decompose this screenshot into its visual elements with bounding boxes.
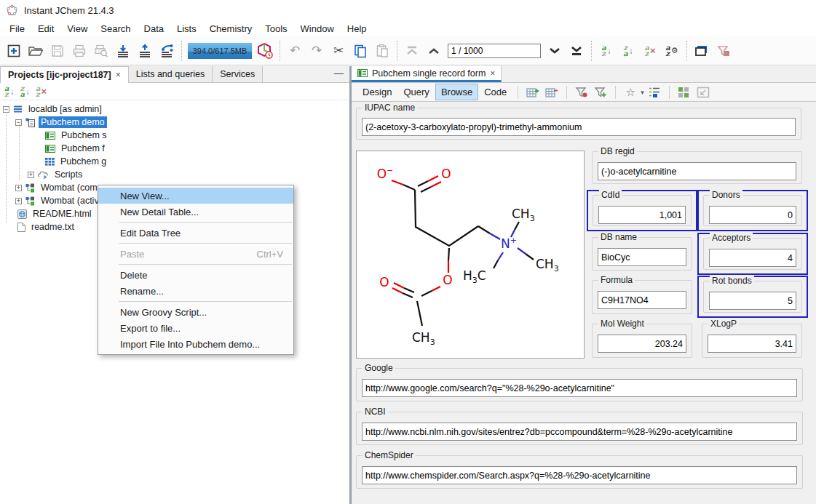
print-preview-icon[interactable] — [90, 40, 112, 62]
tree-item-pubchem-form-1[interactable]: Pubchem s — [0, 129, 349, 142]
menu-view[interactable]: View — [60, 21, 94, 36]
star-dropdown-icon[interactable]: ▾ — [641, 89, 644, 96]
menu-chemistry[interactable]: Chemistry — [203, 21, 259, 36]
menu-data[interactable]: Data — [138, 21, 170, 36]
context-menu-edit-data-tree[interactable]: Edit Data Tree — [98, 225, 293, 241]
sort-descending-icon[interactable]: za↓ — [20, 86, 29, 97]
fit-to-widget-icon[interactable] — [694, 84, 712, 100]
paste-icon[interactable] — [371, 40, 393, 62]
clear-sort-icon[interactable]: az× — [639, 40, 661, 62]
layout-widgets-icon[interactable] — [676, 84, 693, 100]
tab-projects[interactable]: Projects [ijc-project187] × — [0, 66, 129, 83]
svg-text:O: O — [379, 275, 389, 289]
google-url-field[interactable] — [362, 379, 797, 397]
window-filter-icon[interactable] — [713, 40, 734, 62]
formula-field[interactable] — [598, 291, 686, 309]
tab-services[interactable]: Services — [213, 66, 263, 82]
expand-icon[interactable]: + — [15, 198, 22, 204]
tree-item-localdb[interactable]: − localdb [as admin] — [0, 103, 349, 116]
acceptors-label: Acceptors — [710, 233, 753, 243]
view-tab-design[interactable]: Design — [357, 84, 397, 100]
db-name-field[interactable] — [598, 248, 686, 266]
memory-text: 394.0/617.5MB — [193, 47, 247, 55]
memory-monitor[interactable]: 394.0/617.5MB — [188, 43, 252, 59]
open-folder-icon[interactable] — [25, 40, 47, 62]
xlogp-field[interactable] — [708, 335, 796, 353]
donors-field[interactable] — [709, 206, 796, 224]
share-export-icon[interactable] — [156, 40, 178, 62]
acceptors-field[interactable] — [709, 249, 796, 267]
cdid-field[interactable] — [598, 206, 686, 224]
tab-pubchem-single-record-form[interactable]: Pubchem single record form × — [352, 66, 502, 82]
structure-viewer[interactable]: O− O N+ CH3 CH3 H3C O O CH3 — [356, 151, 585, 359]
record-position-input[interactable] — [448, 44, 541, 58]
clear-sort-icon[interactable]: az× — [36, 86, 47, 97]
close-icon[interactable]: × — [116, 70, 121, 80]
copy-icon[interactable] — [349, 40, 371, 62]
export-icon[interactable] — [134, 40, 156, 62]
expand-icon[interactable]: + — [15, 185, 22, 191]
context-menu-new-view[interactable]: New View... — [98, 188, 293, 204]
sort-ascending-icon[interactable]: az↓ — [595, 40, 617, 62]
context-menu-new-detail-table[interactable]: New Detail Table... — [98, 204, 293, 220]
chemspider-url-field[interactable] — [362, 466, 797, 484]
tree-item-pubchem-demo[interactable]: − Pubchem demo — [0, 116, 349, 129]
view-tab-query[interactable]: Query — [398, 84, 434, 100]
new-icon[interactable] — [3, 40, 25, 62]
favorites-star-icon[interactable]: ☆ — [622, 84, 639, 100]
svg-text:O: O — [443, 273, 452, 287]
context-menu-rename[interactable]: Rename... — [98, 283, 293, 299]
menu-file[interactable]: File — [3, 21, 31, 36]
cascade-windows-icon[interactable] — [691, 40, 713, 62]
view-tab-browse[interactable]: Browse — [436, 84, 478, 100]
tab-lists-and-queries[interactable]: Lists and queries — [129, 66, 213, 82]
menu-tools[interactable]: Tools — [258, 21, 293, 36]
sort-ascending-icon[interactable]: az↓ — [4, 86, 14, 97]
next-record-icon[interactable] — [544, 40, 566, 62]
menu-search[interactable]: Search — [94, 21, 137, 36]
print-icon[interactable] — [68, 40, 90, 62]
remove-detail-table-icon[interactable] — [543, 84, 560, 100]
rot-bonds-field[interactable] — [709, 292, 796, 310]
ncbi-url-field[interactable] — [362, 423, 797, 441]
iupac-name-field[interactable] — [362, 118, 796, 136]
xlogp-group: XLogP — [702, 324, 802, 358]
first-record-icon[interactable] — [401, 40, 423, 62]
last-record-icon[interactable] — [566, 40, 587, 62]
expand-icon[interactable]: + — [28, 172, 34, 178]
context-menu-import-file[interactable]: Import File Into Pubchem demo... — [98, 336, 293, 352]
sort-advanced-icon[interactable]: az⚙ — [661, 40, 683, 62]
mol-weight-field[interactable] — [598, 335, 686, 353]
rot-bonds-selection-outline[interactable]: Rot bonds — [697, 276, 808, 318]
cut-icon[interactable]: ✂ — [328, 40, 349, 62]
jchem-logo-icon[interactable] — [254, 40, 276, 62]
menu-edit[interactable]: Edit — [31, 21, 60, 36]
tree-item-pubchem-form-2[interactable]: Pubchem f — [0, 142, 349, 155]
menu-lists[interactable]: Lists — [170, 21, 203, 36]
google-group: Google — [356, 368, 803, 401]
menu-window[interactable]: Window — [294, 21, 341, 36]
view-tab-code[interactable]: Code — [479, 84, 512, 100]
cdid-selection-outline[interactable]: CdId — [587, 190, 697, 231]
context-menu-delete[interactable]: Delete — [98, 267, 293, 283]
db-regid-field[interactable] — [598, 162, 796, 180]
minimize-icon[interactable]: — — [334, 68, 344, 79]
acceptors-selection-outline[interactable]: Acceptors — [697, 233, 808, 275]
tree-item-pubchem-grid[interactable]: Pubchem g — [0, 155, 349, 168]
redo-icon[interactable]: ↷ — [306, 40, 328, 62]
previous-record-icon[interactable] — [423, 40, 445, 62]
show-fields-icon[interactable] — [646, 84, 663, 100]
save-icon[interactable] — [47, 40, 68, 62]
menu-help[interactable]: Help — [341, 21, 373, 36]
sort-descending-icon[interactable]: za↓ — [617, 40, 639, 62]
import-icon[interactable] — [112, 40, 134, 62]
donors-selection-outline[interactable]: Donors — [697, 190, 808, 231]
context-menu-new-groovy-script[interactable]: New Groovy Script... — [98, 304, 293, 320]
add-detail-table-icon[interactable] — [524, 84, 542, 100]
context-menu-export-to-file[interactable]: Export to file... — [98, 320, 293, 336]
close-icon[interactable]: × — [490, 68, 495, 79]
undo-icon[interactable]: ↶ — [284, 40, 306, 62]
tree-item-scripts[interactable]: + Scripts — [0, 168, 349, 181]
filter-add-icon[interactable] — [592, 84, 609, 100]
filter-current-icon[interactable] — [573, 84, 590, 100]
